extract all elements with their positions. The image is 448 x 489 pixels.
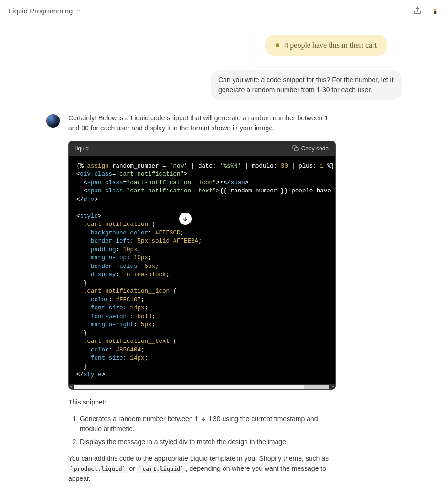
top-bar: Liquid Programming: [0, 0, 448, 22]
cart-badge: 4 people have this in their cart: [265, 35, 387, 56]
assistant-avatar: [46, 114, 60, 128]
user-message-block: 4 people have this in their cart Can you…: [43, 27, 405, 100]
code-block: liquid Copy code {% assign random_number…: [68, 141, 336, 390]
horizontal-scrollbar[interactable]: ◂ ▸: [69, 384, 335, 389]
code-language-label: liquid: [75, 144, 89, 153]
assistant-intro: Certainly! Below is a Liquid code snippe…: [68, 113, 336, 133]
assistant-body: Certainly! Below is a Liquid code snippe…: [68, 113, 336, 489]
after-code-text: This snippet:: [68, 397, 336, 407]
chevron-down-icon: [75, 6, 81, 17]
copy-code-button[interactable]: Copy code: [292, 144, 329, 153]
outro-text: You can add this code to the appropriate…: [68, 454, 336, 484]
list-item: Generates a random number between 1 l 30…: [80, 414, 336, 434]
svg-rect-2: [434, 11, 437, 14]
inline-code: `cart.liquid`: [137, 465, 186, 473]
arrow-down-icon: [182, 215, 189, 222]
user-attachment-preview: 4 people have this in their cart: [251, 27, 402, 66]
scroll-down-button[interactable]: [179, 213, 192, 225]
top-right-actions: [413, 6, 439, 16]
user-message-text: Can you write a code snippet for this? F…: [218, 76, 394, 94]
copy-icon: [292, 145, 299, 151]
svg-rect-3: [295, 148, 298, 151]
code-content: {% assign random_number = 'now' | date: …: [76, 162, 328, 380]
chat-container: 4 people have this in their cart Can you…: [43, 22, 405, 489]
code-body[interactable]: {% assign random_number = 'now' | date: …: [69, 156, 335, 384]
conversation-title-dropdown[interactable]: Liquid Programming: [9, 6, 81, 17]
code-block-wrapper: liquid Copy code {% assign random_number…: [68, 141, 336, 390]
share-icon[interactable]: [413, 6, 422, 16]
inline-code: `product.liquid`: [68, 465, 128, 473]
arrow-down-icon: [200, 415, 208, 423]
cart-badge-text: 4 people have this in their cart: [284, 40, 377, 51]
user-message-bubble: Can you write a code snippet for this? F…: [211, 70, 402, 100]
conversation-title: Liquid Programming: [9, 6, 73, 17]
list-item: Displays the message in a styled div to …: [80, 437, 336, 447]
copy-code-label: Copy code: [301, 144, 329, 153]
explanation-list: Generates a random number between 1 l 30…: [68, 414, 336, 447]
brand-logo: [431, 7, 439, 15]
svg-point-1: [434, 9, 437, 11]
code-header: liquid Copy code: [69, 141, 335, 156]
assistant-message-row: Certainly! Below is a Liquid code snippe…: [43, 113, 405, 489]
bullet-dot-icon: [276, 43, 279, 47]
